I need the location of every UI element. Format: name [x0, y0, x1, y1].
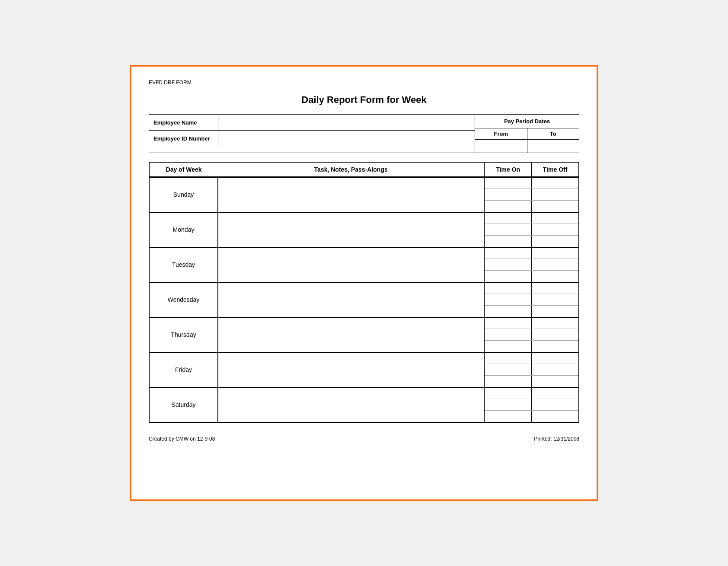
pay-period-to: To	[527, 128, 579, 153]
table-row: Monday	[149, 212, 579, 224]
to-label: To	[527, 128, 579, 140]
time-on-input[interactable]	[484, 364, 531, 376]
time-on-input[interactable]	[484, 352, 531, 364]
table-row: Friday	[149, 352, 579, 364]
task-cell[interactable]	[218, 247, 484, 282]
table-row: Sunday	[149, 177, 579, 189]
day-name-cell: Tuesday	[149, 247, 218, 282]
day-name-cell: Wendesday	[149, 282, 218, 317]
from-label: From	[475, 128, 527, 140]
task-cell[interactable]	[218, 282, 484, 317]
employee-name-input[interactable]	[218, 115, 475, 130]
pay-period-row: From To	[475, 128, 579, 153]
time-off-input[interactable]	[532, 282, 579, 294]
employee-name-row: Employee Name	[149, 115, 475, 131]
col-day-of-week: Day of Week	[149, 162, 218, 177]
time-on-input[interactable]	[484, 224, 531, 236]
task-cell[interactable]	[218, 317, 484, 352]
time-off-input[interactable]	[532, 236, 579, 247]
day-name-cell: Friday	[149, 352, 218, 387]
time-on-input[interactable]	[484, 306, 531, 317]
form-title: Daily Report Form for Week	[149, 94, 579, 106]
pay-period-from: From	[475, 128, 527, 153]
time-off-input[interactable]	[532, 387, 579, 399]
time-on-input[interactable]	[484, 247, 531, 259]
form-label: EVFD DRF FORM	[149, 80, 579, 86]
time-off-input[interactable]	[532, 364, 579, 376]
time-off-input[interactable]	[532, 201, 579, 212]
day-name-cell: Saturday	[149, 387, 218, 422]
footer-left: Created by CMW on 12-9-08	[149, 436, 215, 442]
time-on-input[interactable]	[484, 236, 531, 247]
time-on-input[interactable]	[484, 259, 531, 271]
table-row: Tuesday	[149, 247, 579, 259]
time-off-input[interactable]	[532, 177, 579, 189]
time-off-input[interactable]	[532, 352, 579, 364]
table-row: Wendesday	[149, 282, 579, 294]
from-input[interactable]	[475, 140, 527, 153]
task-cell[interactable]	[218, 212, 484, 247]
time-off-input[interactable]	[532, 411, 579, 422]
day-name-cell: Thursday	[149, 317, 218, 352]
time-on-input[interactable]	[484, 317, 531, 329]
task-cell[interactable]	[218, 177, 484, 212]
day-name-cell: Monday	[149, 212, 218, 247]
to-input[interactable]	[527, 140, 579, 153]
col-time-on: Time On	[484, 162, 531, 177]
time-off-input[interactable]	[532, 224, 579, 236]
time-on-input[interactable]	[484, 189, 531, 201]
table-header-row: Day of Week Task, Notes, Pass-Alongs Tim…	[149, 162, 579, 177]
time-on-input[interactable]	[484, 271, 531, 282]
footer: Created by CMW on 12-9-08 Printed: 12/31…	[149, 436, 579, 442]
time-off-input[interactable]	[532, 294, 579, 306]
time-on-input[interactable]	[484, 399, 531, 411]
task-cell[interactable]	[218, 387, 484, 422]
employee-fields: Employee Name Employee ID Number	[149, 115, 475, 153]
time-off-input[interactable]	[532, 329, 579, 341]
col-time-off: Time Off	[532, 162, 579, 177]
time-off-input[interactable]	[532, 317, 579, 329]
time-on-input[interactable]	[484, 329, 531, 341]
time-off-input[interactable]	[532, 399, 579, 411]
time-on-input[interactable]	[484, 177, 531, 189]
time-on-input[interactable]	[484, 411, 531, 422]
employee-info-section: Employee Name Employee ID Number Pay Per…	[149, 114, 579, 153]
time-on-input[interactable]	[484, 212, 531, 224]
time-off-input[interactable]	[532, 306, 579, 317]
weekly-table: Day of Week Task, Notes, Pass-Alongs Tim…	[149, 162, 579, 423]
table-row: Saturday	[149, 387, 579, 399]
pay-period-section: Pay Period Dates From To	[475, 115, 579, 153]
time-off-input[interactable]	[532, 341, 579, 352]
time-on-input[interactable]	[484, 376, 531, 387]
employee-name-label: Employee Name	[149, 116, 218, 129]
col-task-notes: Task, Notes, Pass-Alongs	[218, 162, 484, 177]
employee-id-label: Employee ID Number	[149, 132, 218, 145]
employee-id-input[interactable]	[218, 131, 475, 146]
employee-id-row: Employee ID Number	[149, 131, 475, 146]
page-wrapper: EVFD DRF FORM Daily Report Form for Week…	[130, 65, 598, 501]
time-off-input[interactable]	[532, 376, 579, 387]
time-off-input[interactable]	[532, 212, 579, 224]
task-cell[interactable]	[218, 352, 484, 387]
time-off-input[interactable]	[532, 271, 579, 282]
footer-right: Printed: 12/31/2008	[534, 436, 579, 442]
time-off-input[interactable]	[532, 189, 579, 201]
table-row: Thursday	[149, 317, 579, 329]
time-on-input[interactable]	[484, 341, 531, 352]
time-off-input[interactable]	[532, 259, 579, 271]
time-on-input[interactable]	[484, 282, 531, 294]
day-name-cell: Sunday	[149, 177, 218, 212]
time-off-input[interactable]	[532, 247, 579, 259]
time-on-input[interactable]	[484, 294, 531, 306]
time-on-input[interactable]	[484, 201, 531, 212]
time-on-input[interactable]	[484, 387, 531, 399]
pay-period-label: Pay Period Dates	[475, 115, 579, 128]
